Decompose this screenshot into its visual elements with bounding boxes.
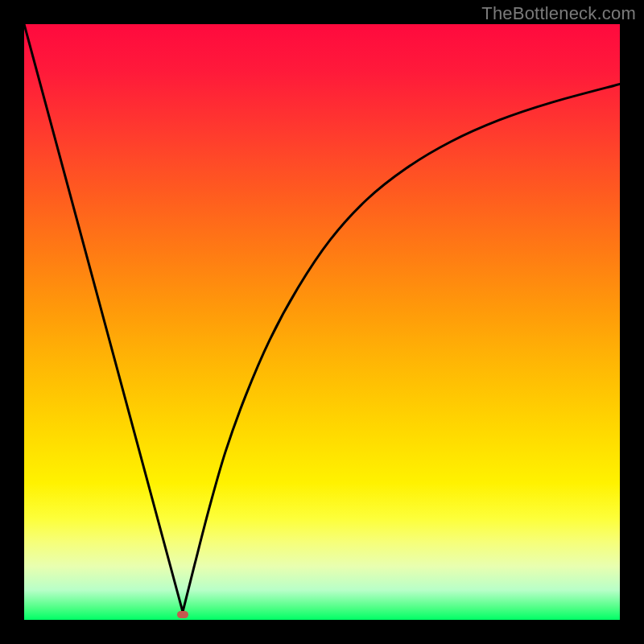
chart-frame: TheBottleneck.com (0, 0, 644, 644)
plot-area (24, 24, 620, 620)
curve-right-branch (183, 84, 620, 612)
watermark-text: TheBottleneck.com (481, 3, 636, 24)
curve-left-branch (24, 24, 183, 612)
bottleneck-curve (24, 24, 620, 620)
minimum-marker (177, 611, 188, 618)
